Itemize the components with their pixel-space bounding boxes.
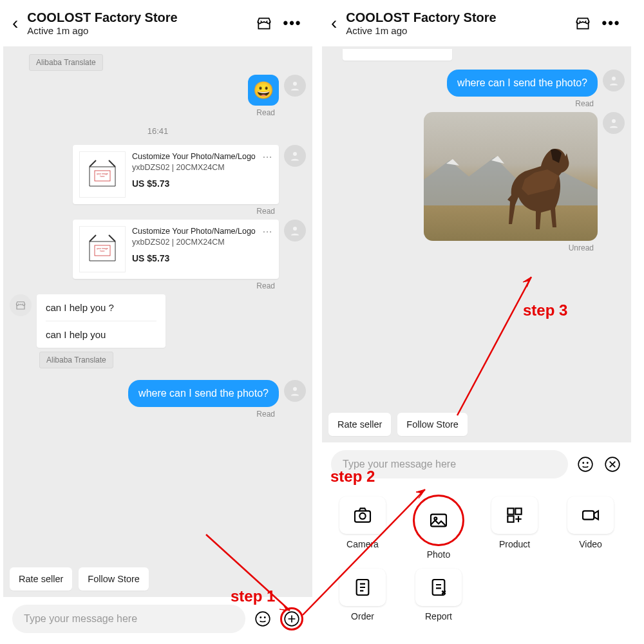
svg-rect-26: [507, 516, 513, 522]
svg-point-10: [256, 612, 270, 626]
svg-rect-27: [583, 511, 594, 519]
product-title: Customize Your Photo/Name/Logo: [132, 151, 272, 162]
user-avatar[interactable]: [284, 220, 306, 242]
svg-rect-25: [515, 508, 521, 514]
emoji-row: 😀 Read: [10, 75, 306, 117]
follow-store-chip[interactable]: Follow Store: [79, 567, 149, 591]
read-status: Read: [256, 410, 275, 419]
attach-video[interactable]: Video: [555, 497, 626, 560]
store-name: COOLOST Factory Store: [346, 10, 565, 25]
attach-plus-icon[interactable]: [280, 607, 303, 630]
emoji-message[interactable]: 😀: [248, 75, 279, 106]
seller-message[interactable]: can I help you ? can I help you: [37, 294, 166, 348]
svg-point-12: [265, 617, 265, 618]
report-icon: [428, 577, 449, 598]
attach-label: Product: [499, 539, 530, 549]
back-button[interactable]: ‹: [10, 13, 21, 33]
sent-photo[interactable]: [424, 112, 598, 241]
chat-body-right[interactable]: where can I send the photo? Read Unread: [322, 46, 631, 409]
message-input[interactable]: Type your message here: [331, 450, 568, 478]
translate-badge[interactable]: Alibaba Translate: [29, 54, 103, 71]
more-button[interactable]: •••: [600, 12, 622, 34]
more-button[interactable]: •••: [281, 12, 303, 34]
attach-label: Photo: [427, 549, 451, 560]
svg-text:here: here: [100, 250, 104, 252]
attach-label: Camera: [346, 539, 379, 549]
attach-photo[interactable]: Photo: [403, 497, 474, 560]
attach-label: Video: [579, 539, 602, 549]
rate-seller-chip[interactable]: Rate seller: [328, 413, 391, 436]
svg-point-21: [359, 513, 365, 519]
photo-row: Unread: [328, 112, 625, 252]
follow-store-chip[interactable]: Follow Store: [397, 413, 468, 436]
product-info: Customize Your Photo/Name/Logo yxbDZS02 …: [132, 151, 272, 198]
user-avatar[interactable]: [603, 70, 625, 91]
timestamp: 16:41: [10, 126, 306, 136]
attach-report[interactable]: Report: [403, 569, 474, 621]
emoji-icon[interactable]: [253, 609, 272, 629]
product-info: Customize Your Photo/Name/Logo yxbDZS02 …: [132, 226, 272, 272]
quick-chips: Rate seller Follow Store: [322, 409, 631, 442]
product-row-1: your imagehere Customize Your Photo/Name…: [10, 145, 306, 216]
order-icon: [352, 577, 373, 598]
store-icon[interactable]: [253, 12, 275, 34]
product-sku: yxbDZS02 | 20CMX24CM: [132, 238, 272, 247]
product-icon: [504, 505, 525, 526]
message-input[interactable]: Type your message here: [12, 605, 245, 633]
product-title: Customize Your Photo/Name/Logo: [132, 226, 272, 236]
attach-order[interactable]: Order: [327, 569, 398, 621]
header-titles[interactable]: COOLOST Factory Store Active 1m ago: [346, 10, 565, 36]
attach-product[interactable]: Product: [479, 497, 550, 560]
product-image: your imagehere: [79, 151, 126, 198]
svg-point-9: [293, 387, 297, 391]
user-avatar[interactable]: [284, 145, 306, 167]
close-icon[interactable]: [603, 455, 622, 474]
back-button[interactable]: ‹: [328, 13, 339, 33]
read-status: Read: [256, 281, 275, 290]
active-status: Active 1m ago: [27, 25, 247, 36]
attachment-panel: Camera Photo Product Video Order Report: [322, 486, 631, 641]
store-name: COOLOST Factory Store: [27, 10, 247, 25]
active-status: Active 1m ago: [346, 25, 565, 36]
product-card[interactable]: your imagehere Customize Your Photo/Name…: [73, 145, 279, 204]
product-image: your imagehere: [79, 226, 126, 272]
svg-point-0: [293, 82, 297, 86]
read-status: Read: [575, 99, 594, 108]
attach-camera[interactable]: Camera: [327, 497, 398, 560]
camera-icon: [352, 505, 373, 526]
store-icon[interactable]: [572, 12, 594, 34]
translate-badge[interactable]: Alibaba Translate: [39, 352, 113, 368]
product-card[interactable]: your imagehere Customize Your Photo/Name…: [73, 220, 279, 279]
emoji-icon[interactable]: [576, 455, 595, 474]
read-status: Read: [256, 108, 275, 117]
svg-point-8: [293, 227, 297, 231]
read-status: Read: [256, 207, 275, 216]
svg-point-14: [612, 77, 616, 80]
seller-avatar[interactable]: [10, 294, 32, 316]
user-avatar[interactable]: [603, 112, 625, 134]
attach-label: Report: [425, 611, 452, 621]
svg-point-23: [434, 517, 437, 520]
user-msg-row: where can I send the photo? Read: [328, 70, 625, 108]
user-message[interactable]: where can I send the photo?: [128, 380, 279, 407]
quick-chips: Rate seller Follow Store: [3, 564, 312, 597]
product-sku: yxbDZS02 | 20CMX24CM: [132, 163, 272, 172]
seller-row: can I help you ? can I help you Alibaba …: [10, 294, 306, 368]
seller-text-2: can I help you: [46, 321, 156, 348]
svg-point-4: [293, 152, 297, 156]
photo-icon: [428, 510, 449, 531]
rate-seller-chip[interactable]: Rate seller: [10, 567, 72, 591]
header-titles[interactable]: COOLOST Factory Store Active 1m ago: [27, 10, 247, 36]
input-bar: Type your message here: [322, 442, 631, 486]
user-message[interactable]: where can I send the photo?: [447, 70, 598, 97]
svg-point-18: [587, 462, 588, 463]
unread-status: Unread: [569, 243, 594, 252]
product-more[interactable]: …: [262, 223, 272, 235]
product-more[interactable]: …: [262, 149, 272, 160]
clipped-card: [343, 49, 452, 61]
chat-body-left[interactable]: Alibaba Translate 😀 Read 16:41 your imag…: [3, 46, 312, 564]
user-avatar[interactable]: [284, 380, 306, 402]
chat-header: ‹ COOLOST Factory Store Active 1m ago ••…: [322, 0, 631, 46]
user-avatar[interactable]: [284, 75, 306, 97]
product-price: US $5.73: [132, 253, 272, 263]
